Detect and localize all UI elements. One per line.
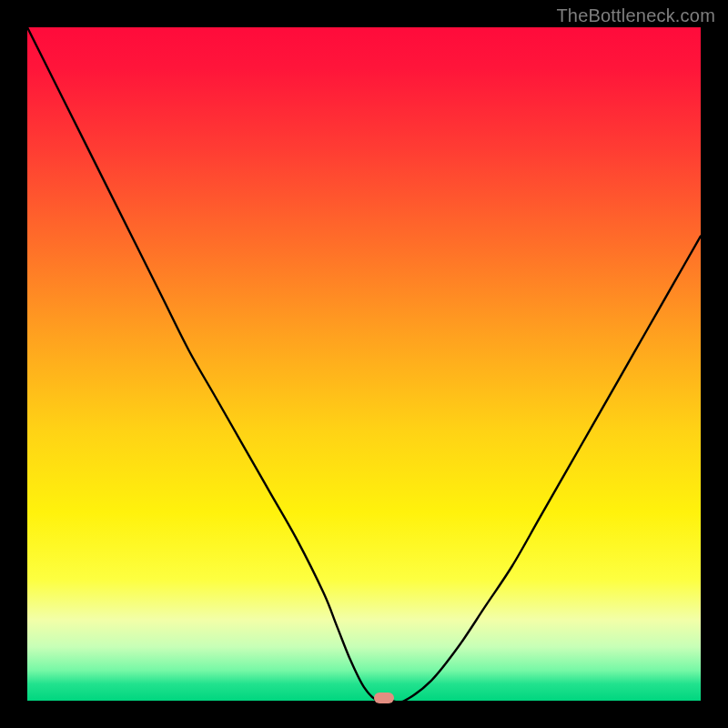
watermark-text: TheBottleneck.com bbox=[556, 5, 715, 26]
chart-frame: TheBottleneck.com bbox=[0, 0, 728, 728]
plot-area bbox=[27, 27, 701, 701]
optimal-marker bbox=[374, 693, 394, 703]
bottleneck-curve bbox=[27, 27, 701, 701]
